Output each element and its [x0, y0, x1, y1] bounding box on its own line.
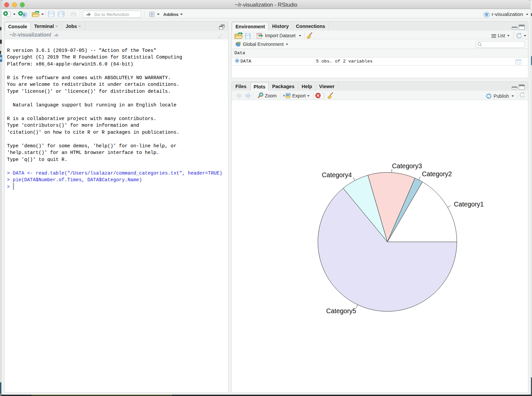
- svg-text:Publish: Publish: [494, 93, 509, 99]
- svg-text:Go to file/function: Go to file/function: [94, 12, 129, 17]
- svg-text:Zoom: Zoom: [265, 93, 277, 98]
- svg-text:Export: Export: [292, 93, 306, 98]
- svg-text:R: R: [23, 13, 26, 17]
- svg-text:List: List: [498, 33, 505, 38]
- svg-text:R: R: [485, 13, 488, 17]
- svg-text:DATA: DATA: [240, 59, 251, 64]
- svg-text:Addins: Addins: [163, 12, 179, 17]
- svg-text:Import Dataset: Import Dataset: [265, 33, 296, 38]
- svg-text:Global Environment: Global Environment: [243, 42, 284, 47]
- svg-text:r-visualization: r-visualization: [492, 11, 523, 17]
- svg-text:5 obs. of 2 variables: 5 obs. of 2 variables: [316, 59, 373, 64]
